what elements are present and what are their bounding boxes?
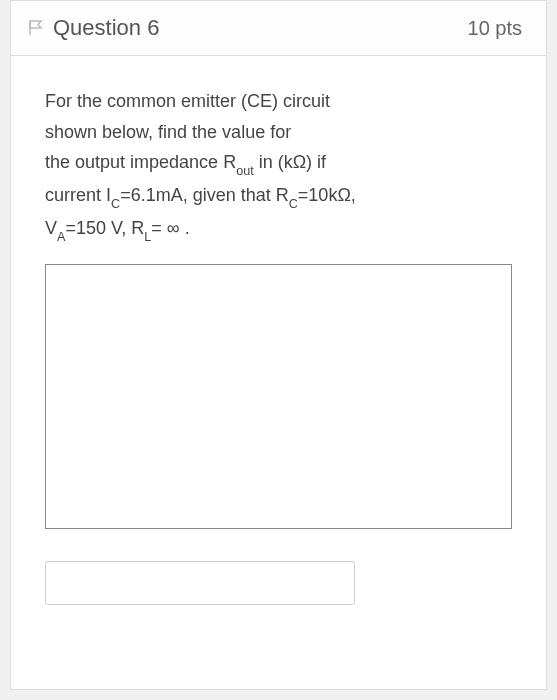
header-left: Question 6 [27,15,159,41]
text-line4-c: =10kΩ, [298,185,356,205]
text-line4-b: =6.1mA, given that R [120,185,289,205]
answer-input[interactable] [45,561,355,605]
text-line3-bold: output impedance [75,152,218,172]
circuit-image-placeholder [45,264,512,529]
text-line1: For the common emitter (CE) circuit [45,91,330,111]
question-header: Question 6 10 pts [11,1,546,56]
question-title: Question 6 [53,15,159,41]
text-line3-sub: out [236,164,254,178]
text-line3-a: the [45,152,75,172]
text-line5-a: V [45,218,57,238]
text-line3-c: in (kΩ) if [254,152,326,172]
text-line4-sub1: C [111,197,120,211]
text-line3-b: R [218,152,236,172]
text-line5-sub1: A [57,230,65,244]
question-body: For the common emitter (CE) circuit show… [11,56,546,689]
question-text: For the common emitter (CE) circuit show… [45,86,512,246]
points-label: 10 pts [468,17,522,40]
text-line4-a: current I [45,185,111,205]
text-line5-sub2: L [144,230,151,244]
question-card: Question 6 10 pts For the common emitter… [10,0,547,690]
text-line4-sub2: C [289,197,298,211]
text-line5-c: = ∞ . [151,218,189,238]
text-line2: shown below, find the value for [45,122,291,142]
text-line5-b: =150 V, R [65,218,144,238]
flag-icon[interactable] [27,19,45,37]
